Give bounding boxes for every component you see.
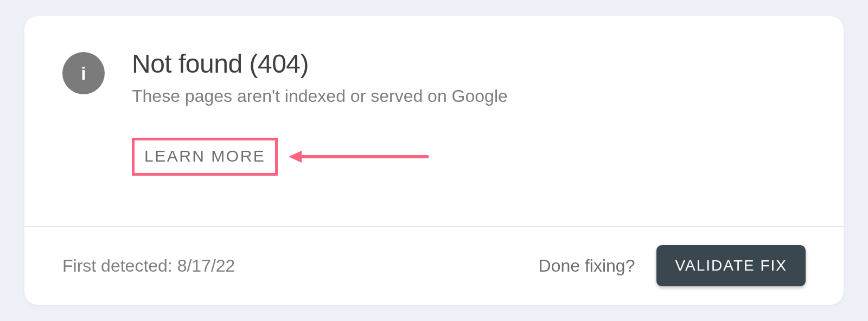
svg-marker-1: [289, 151, 302, 163]
footer-section: First detected: 8/17/22 Done fixing? VAL…: [24, 227, 844, 305]
header-section: i Not found (404) These pages aren't ind…: [24, 16, 844, 226]
validate-fix-button[interactable]: VALIDATE FIX: [656, 245, 806, 286]
text-block: Not found (404) These pages aren't index…: [132, 49, 508, 176]
learn-more-button[interactable]: LEARN MORE: [132, 138, 278, 176]
status-card: i Not found (404) These pages aren't ind…: [24, 16, 844, 305]
learn-more-row: LEARN MORE: [132, 138, 508, 176]
page-subtitle: These pages aren't indexed or served on …: [132, 86, 508, 106]
footer-right: Done fixing? VALIDATE FIX: [539, 245, 806, 286]
first-detected-date: 8/17/22: [177, 256, 235, 275]
first-detected-label: First detected:: [62, 256, 177, 275]
first-detected: First detected: 8/17/22: [62, 256, 235, 276]
info-icon: i: [62, 52, 105, 94]
page-title: Not found (404): [132, 49, 508, 79]
annotation-arrow-icon: [289, 149, 430, 165]
done-fixing-label: Done fixing?: [539, 256, 635, 276]
